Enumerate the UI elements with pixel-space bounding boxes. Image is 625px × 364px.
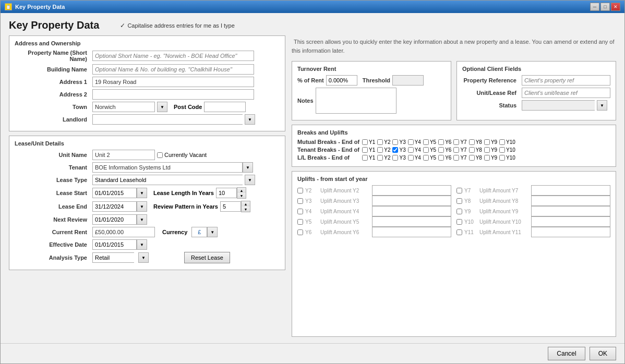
landlord-dropdown-button[interactable]: ▼ <box>245 114 255 125</box>
property-ref-input[interactable] <box>522 75 610 86</box>
status-dropdown-button[interactable]: ▼ <box>597 100 607 111</box>
uplift-y8-row: Y8 Uplift Amount Y8 <box>456 196 610 206</box>
town-input[interactable] <box>92 102 155 112</box>
mutual-y6-checkbox[interactable] <box>438 139 444 145</box>
town-dropdown-button[interactable]: ▼ <box>157 102 167 112</box>
cancel-button[interactable]: Cancel <box>548 347 585 360</box>
uplift-y4-input[interactable] <box>372 206 451 216</box>
ll-y6-checkbox[interactable] <box>438 155 444 161</box>
ok-button[interactable]: OK <box>590 347 616 360</box>
unit-name-input[interactable] <box>92 150 155 160</box>
currently-vacant-checkbox[interactable] <box>157 152 163 158</box>
property-name-input[interactable] <box>92 51 254 61</box>
uplift-y9-checkbox[interactable] <box>456 209 462 214</box>
tenant-y2-checkbox[interactable] <box>377 147 383 153</box>
tenant-y1-checkbox[interactable] <box>362 147 368 153</box>
review-pattern-input[interactable] <box>220 201 241 212</box>
tenant-y4-checkbox[interactable] <box>408 147 414 153</box>
lease-start-calendar-button[interactable]: ▼ <box>137 188 147 198</box>
ll-y1-checkbox[interactable] <box>362 155 368 161</box>
effective-date-input[interactable] <box>92 239 137 250</box>
lease-type-dropdown-button[interactable]: ▼ <box>245 175 255 185</box>
ll-y3-checkbox[interactable] <box>392 155 398 161</box>
address2-input[interactable] <box>92 89 254 100</box>
analysis-type-dropdown-button[interactable]: ▼ <box>138 252 149 263</box>
address1-input[interactable] <box>92 77 254 87</box>
lease-length-input[interactable] <box>216 188 237 198</box>
uplift-y6-checkbox[interactable] <box>297 229 303 235</box>
lease-end-input[interactable] <box>92 201 137 212</box>
lease-type-input[interactable] <box>92 175 243 185</box>
lease-start-input[interactable] <box>92 188 137 198</box>
tenant-y6-checkbox[interactable] <box>438 147 444 153</box>
notes-input[interactable] <box>316 88 396 114</box>
tenant-y3-checkbox[interactable] <box>392 147 398 153</box>
tenant-y8-checkbox[interactable] <box>469 147 475 153</box>
mutual-y5-checkbox[interactable] <box>423 139 429 145</box>
tenant-y5-checkbox[interactable] <box>423 147 429 153</box>
review-pattern-up-button[interactable]: ▲ <box>242 201 250 207</box>
landlord-input[interactable] <box>92 114 243 125</box>
analysis-type-input[interactable] <box>92 252 134 263</box>
ll-y8-checkbox[interactable] <box>469 155 475 161</box>
tenant-y10-checkbox[interactable] <box>499 147 505 153</box>
postcode-input[interactable] <box>204 102 246 112</box>
lease-end-calendar-button[interactable]: ▼ <box>137 201 147 212</box>
uplift-y3-input[interactable] <box>372 196 451 206</box>
percent-input[interactable] <box>326 75 357 86</box>
uplift-y3-checkbox[interactable] <box>297 198 303 204</box>
uplift-y11-checkbox[interactable] <box>456 229 462 235</box>
mutual-y1-checkbox[interactable] <box>362 139 368 145</box>
tenant-y9-checkbox[interactable] <box>484 147 490 153</box>
ll-y5-checkbox[interactable] <box>423 155 429 161</box>
mutual-y4-checkbox[interactable] <box>408 139 414 145</box>
uplift-y5-input[interactable] <box>372 216 451 227</box>
minimize-button[interactable]: ─ <box>590 3 599 11</box>
ll-y7-checkbox[interactable] <box>453 155 459 161</box>
mutual-y8-checkbox[interactable] <box>469 139 475 145</box>
tenant-input[interactable] <box>92 162 243 173</box>
ll-y4-checkbox[interactable] <box>408 155 414 161</box>
next-review-calendar-button[interactable]: ▼ <box>137 214 147 225</box>
lease-length-down-button[interactable]: ▼ <box>237 193 246 198</box>
unit-lease-ref-input[interactable] <box>522 88 610 98</box>
uplifts-left-col: Y2 Uplift Amount Y2 Y3 Uplift Amount Y3 <box>297 185 451 237</box>
mutual-y3-checkbox[interactable] <box>392 139 398 145</box>
uplift-y5-checkbox[interactable] <box>297 219 303 225</box>
uplift-y6-input[interactable] <box>372 227 451 237</box>
threshold-input[interactable] <box>392 75 424 86</box>
uplift-y11-input[interactable] <box>531 227 610 237</box>
uplift-y2-input[interactable] <box>372 185 451 196</box>
uplift-y10-input[interactable] <box>531 216 610 227</box>
next-review-input[interactable] <box>92 214 137 225</box>
uplift-y8-input[interactable] <box>531 196 610 206</box>
ll-y10-checkbox[interactable] <box>499 155 505 161</box>
review-pattern-down-button[interactable]: ▼ <box>242 207 250 212</box>
uplift-y7-checkbox[interactable] <box>456 188 462 193</box>
effective-date-calendar-button[interactable]: ▼ <box>137 239 147 250</box>
mutual-y10-checkbox[interactable] <box>499 139 505 145</box>
uplift-y9-input[interactable] <box>531 206 610 216</box>
mutual-y2-checkbox[interactable] <box>377 139 383 145</box>
current-rent-input[interactable] <box>92 227 155 237</box>
ll-y2-checkbox[interactable] <box>377 155 383 161</box>
lease-length-up-button[interactable]: ▲ <box>237 188 246 193</box>
building-name-input[interactable] <box>92 64 254 75</box>
tenant-y7-checkbox[interactable] <box>453 147 459 153</box>
uplift-y8-checkbox[interactable] <box>456 198 462 204</box>
uplift-y4-checkbox[interactable] <box>297 209 303 214</box>
mutual-y7-checkbox[interactable] <box>453 139 459 145</box>
currency-dropdown-button[interactable]: ▼ <box>207 227 218 237</box>
next-review-row: Next Review ▼ <box>15 214 280 225</box>
uplift-y10-checkbox[interactable] <box>456 219 462 225</box>
uplift-y7-input[interactable] <box>531 185 610 196</box>
tenant-dropdown-button[interactable]: ▼ <box>243 162 253 173</box>
mutual-y9-checkbox[interactable] <box>484 139 490 145</box>
reset-lease-button[interactable]: Reset Lease <box>184 252 230 263</box>
uplift-y2-checkbox[interactable] <box>297 188 303 193</box>
ll-y9-checkbox[interactable] <box>484 155 490 161</box>
close-button[interactable]: ✕ <box>611 3 620 11</box>
currency-input[interactable] <box>191 227 207 237</box>
status-input[interactable] <box>522 100 595 111</box>
maximize-button[interactable]: □ <box>600 3 610 11</box>
